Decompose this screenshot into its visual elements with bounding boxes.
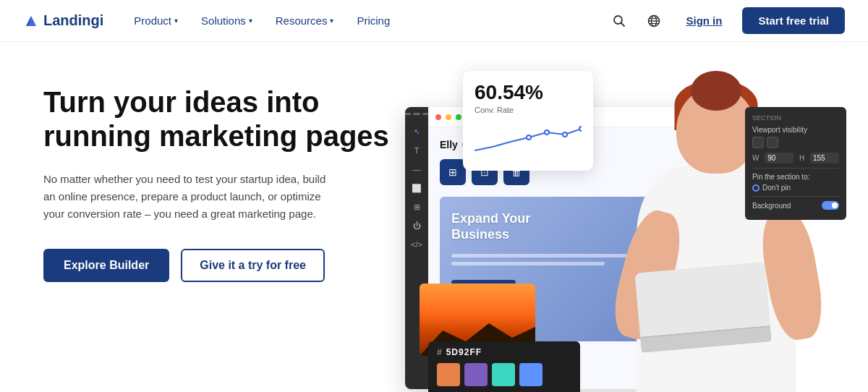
globe-icon bbox=[647, 14, 660, 27]
hero-title: Turn your ideas into running marketing p… bbox=[43, 85, 391, 153]
toolbar-power-icon[interactable]: ⏻ bbox=[410, 219, 423, 232]
nav-links: Product ▾ Solutions ▾ Resources ▾ Pricin… bbox=[124, 9, 608, 33]
window-close-dot bbox=[435, 114, 441, 120]
background-toggle[interactable] bbox=[822, 201, 839, 210]
pin-radio[interactable] bbox=[752, 184, 760, 192]
right-properties-panel: Section Viewport visibility W H Pin the … bbox=[745, 107, 846, 220]
visibility-toggle-2[interactable] bbox=[767, 137, 778, 148]
stats-percent: 60.54% bbox=[475, 81, 582, 104]
svg-line-1 bbox=[621, 22, 625, 26]
hex-hash: # bbox=[437, 347, 442, 357]
editor-page-name: Elly bbox=[440, 139, 458, 150]
swatch-purple[interactable] bbox=[464, 363, 488, 386]
chevron-down-icon: ▾ bbox=[249, 17, 252, 25]
svg-point-7 bbox=[527, 135, 531, 140]
laptop bbox=[635, 262, 772, 352]
swatch-teal[interactable] bbox=[492, 363, 515, 386]
hero-section: Turn your ideas into running marketing p… bbox=[0, 42, 868, 392]
search-button[interactable] bbox=[608, 9, 631, 33]
height-input[interactable] bbox=[810, 153, 839, 163]
hero-buttons: Explore Builder Give it a try for free bbox=[43, 249, 391, 282]
nav-item-solutions[interactable]: Solutions ▾ bbox=[191, 9, 263, 33]
svg-point-9 bbox=[563, 132, 567, 137]
rp-bg-row: Background bbox=[752, 201, 839, 210]
color-hex-row: # 5D92FF bbox=[437, 347, 571, 357]
laptop-screen bbox=[635, 262, 770, 338]
rp-bg-label: Background bbox=[752, 202, 791, 210]
chevron-down-icon: ▾ bbox=[330, 17, 333, 25]
hero-content: Turn your ideas into running marketing p… bbox=[43, 71, 391, 282]
color-swatches bbox=[437, 363, 571, 386]
swatch-blue[interactable] bbox=[519, 363, 542, 386]
hair-bun bbox=[691, 71, 741, 111]
stats-label: Conv. Rate bbox=[475, 106, 582, 114]
hero-description: No matter whether you need to test your … bbox=[43, 171, 333, 223]
editor-icon-btn-1[interactable]: ⊞ bbox=[440, 159, 466, 185]
sign-in-link[interactable]: Sign in bbox=[677, 9, 731, 33]
window-maximize-dot bbox=[456, 114, 461, 120]
rp-divider-1 bbox=[752, 168, 839, 169]
toolbar-image-icon[interactable]: ⬜ bbox=[410, 182, 423, 195]
nav-item-product[interactable]: Product ▾ bbox=[124, 9, 188, 33]
toolbar-text-icon[interactable]: T bbox=[410, 144, 423, 157]
hero-visual: 60.54% Conv. Rate ↖ T — ⬜ bbox=[405, 71, 839, 392]
toolbar-grid-icon[interactable]: ⊞ bbox=[410, 200, 423, 213]
logo[interactable]: Landingi bbox=[23, 12, 103, 29]
swatch-orange[interactable] bbox=[437, 363, 460, 386]
svg-point-10 bbox=[579, 127, 582, 131]
nav-item-resources[interactable]: Resources ▾ bbox=[265, 9, 344, 33]
toolbar-cursor-icon[interactable]: ↖ bbox=[410, 125, 423, 138]
window-minimize-dot bbox=[446, 114, 451, 120]
stats-chart bbox=[475, 122, 582, 158]
dont-pin-label: Don't pin bbox=[762, 184, 791, 192]
landing-line-2 bbox=[451, 262, 605, 265]
logo-icon bbox=[23, 13, 39, 29]
svg-point-8 bbox=[545, 130, 549, 135]
start-trial-button[interactable]: Start free trial bbox=[742, 7, 845, 34]
explore-builder-button[interactable]: Explore Builder bbox=[43, 249, 169, 282]
try-free-button[interactable]: Give it a try for free bbox=[181, 249, 325, 282]
rp-section-label: Section bbox=[752, 114, 839, 122]
search-icon bbox=[613, 14, 626, 27]
visibility-toggle-1[interactable] bbox=[752, 137, 764, 148]
rp-divider-2 bbox=[752, 196, 839, 197]
hex-value: 5D92FF bbox=[446, 347, 482, 357]
rp-visibility-label: Viewport visibility bbox=[752, 126, 839, 134]
nav-item-pricing[interactable]: Pricing bbox=[346, 9, 400, 33]
navbar: Landingi Product ▾ Solutions ▾ Resources… bbox=[0, 0, 868, 42]
nav-right: Sign in Start free trial bbox=[608, 7, 845, 34]
language-button[interactable] bbox=[642, 9, 665, 33]
stats-card: 60.54% Conv. Rate bbox=[463, 71, 593, 171]
brand-name: Landingi bbox=[43, 12, 103, 29]
width-input[interactable] bbox=[765, 153, 793, 163]
color-panel: # 5D92FF bbox=[428, 341, 580, 392]
toolbar-minus-icon[interactable]: — bbox=[410, 163, 423, 176]
rp-size-row: W H bbox=[752, 153, 839, 163]
toolbar-code-icon[interactable]: </> bbox=[410, 238, 423, 251]
chevron-down-icon: ▾ bbox=[174, 17, 178, 25]
rp-pin-label: Pin the section to: bbox=[752, 173, 839, 181]
